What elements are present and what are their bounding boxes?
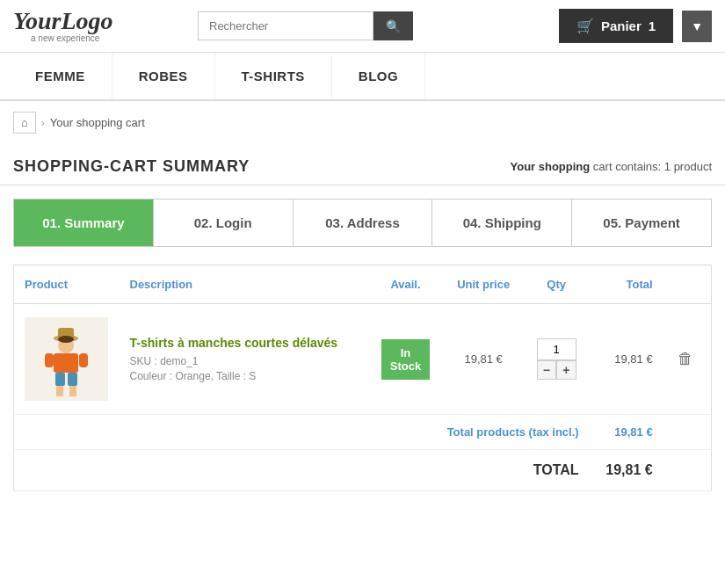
nav-item-robes[interactable]: ROBES (112, 53, 215, 99)
qty-decrease-button[interactable]: − (537, 360, 557, 380)
delete-product-button[interactable]: 🗑 (674, 346, 697, 372)
subtotal-empty (663, 415, 712, 450)
product-image-cell (14, 304, 120, 415)
col-product: Product (14, 265, 120, 304)
subtotal-value: 19,81 € (590, 415, 663, 450)
qty-input[interactable] (537, 338, 576, 360)
qty-controls: − + (537, 360, 576, 380)
subtotal-label: Total products (tax incl.) (14, 415, 590, 450)
step-shipping[interactable]: 04. Shipping (432, 200, 572, 246)
product-thumbnail (25, 317, 108, 401)
svg-point-4 (58, 336, 74, 343)
home-button[interactable]: ⌂ (13, 112, 36, 134)
col-qty: Qty (524, 265, 590, 304)
product-description-cell: T-shirts à manches courtes délavés SKU :… (120, 304, 368, 415)
svg-rect-7 (79, 353, 88, 367)
total-value: 19,81 € (590, 450, 663, 491)
total-empty (663, 450, 712, 491)
page-title-area: SHOPPING-CART SUMMARY Your shopping cart… (0, 144, 725, 185)
breadcrumb: ⌂ › Your shopping cart (0, 101, 725, 144)
unit-price-value: 19,81 € (464, 352, 502, 366)
col-total: Total (590, 265, 663, 304)
product-name-link[interactable]: T-shirts à manches courtes délavés (130, 336, 358, 350)
table-row: T-shirts à manches courtes délavés SKU :… (14, 304, 712, 415)
svg-rect-5 (54, 353, 78, 373)
col-actions (663, 265, 712, 304)
qty-wrapper: − + (537, 338, 576, 380)
qty-increase-button[interactable]: + (556, 360, 576, 380)
step-login[interactable]: 02. Login (154, 200, 294, 246)
step-address[interactable]: 03. Address (294, 200, 433, 246)
header: YourLogo a new experience 🔍 🛒 Panier 1 ▼ (0, 0, 725, 53)
product-qty-cell: − + (524, 304, 590, 415)
cart-table: Product Description Avail. Unit price Qt… (13, 265, 712, 491)
breadcrumb-current: Your shopping cart (50, 116, 145, 129)
cart-icon: 🛒 (576, 18, 594, 34)
table-header-row: Product Description Avail. Unit price Qt… (14, 265, 712, 304)
cart-label: Panier (601, 18, 642, 33)
product-image (25, 317, 108, 401)
product-color: Couleur : Orange, Taille : S (130, 370, 358, 382)
product-unit-price-cell: 19,81 € (444, 304, 524, 415)
search-area: 🔍 (198, 11, 550, 40)
product-availability-cell: InStock (367, 304, 443, 415)
svg-rect-10 (56, 386, 63, 396)
step-summary[interactable]: 01. Summary (14, 200, 154, 246)
total-price-value: 19,81 € (614, 352, 652, 366)
cart-dropdown-button[interactable]: ▼ (682, 11, 712, 42)
cart-summary-text: Your shopping cart contains: 1 product (511, 160, 713, 173)
step-payment[interactable]: 05. Payment (572, 200, 711, 246)
navigation: FEMME ROBES T-SHIRTS BLOG (0, 53, 725, 101)
product-delete-cell: 🗑 (663, 304, 712, 415)
search-input[interactable] (198, 11, 373, 40)
logo-sub: a new experience (31, 33, 189, 43)
subtotal-row: Total products (tax incl.) 19,81 € (14, 415, 712, 450)
home-icon: ⌂ (21, 116, 28, 129)
product-sku: SKU : demo_1 (130, 355, 358, 367)
logo-main: YourLogo (13, 9, 189, 33)
nav-item-blog[interactable]: BLOG (332, 53, 425, 99)
svg-rect-8 (55, 373, 65, 386)
svg-rect-11 (69, 386, 76, 396)
col-description: Description (120, 265, 368, 304)
cart-count: 1 (649, 18, 656, 33)
svg-rect-6 (45, 353, 54, 367)
col-unit-price: Unit price (444, 265, 524, 304)
product-total-cell: 19,81 € (590, 304, 663, 415)
nav-item-tshirts[interactable]: T-SHIRTS (215, 53, 332, 99)
svg-rect-9 (68, 373, 77, 386)
total-row: TOTAL 19,81 € (14, 450, 712, 491)
nav-item-femme[interactable]: FEMME (9, 53, 112, 99)
page-title: SHOPPING-CART SUMMARY (13, 157, 250, 176)
cart-button[interactable]: 🛒 Panier 1 (559, 9, 673, 43)
logo: YourLogo a new experience (13, 9, 189, 43)
search-icon: 🔍 (386, 19, 401, 33)
checkout-steps: 01. Summary 02. Login 03. Address 04. Sh… (13, 199, 712, 247)
in-stock-badge: InStock (381, 339, 430, 380)
chevron-down-icon: ▼ (691, 19, 703, 33)
breadcrumb-separator: › (41, 117, 45, 129)
col-avail: Avail. (367, 265, 443, 304)
search-button[interactable]: 🔍 (373, 11, 413, 40)
total-label: TOTAL (14, 450, 590, 491)
